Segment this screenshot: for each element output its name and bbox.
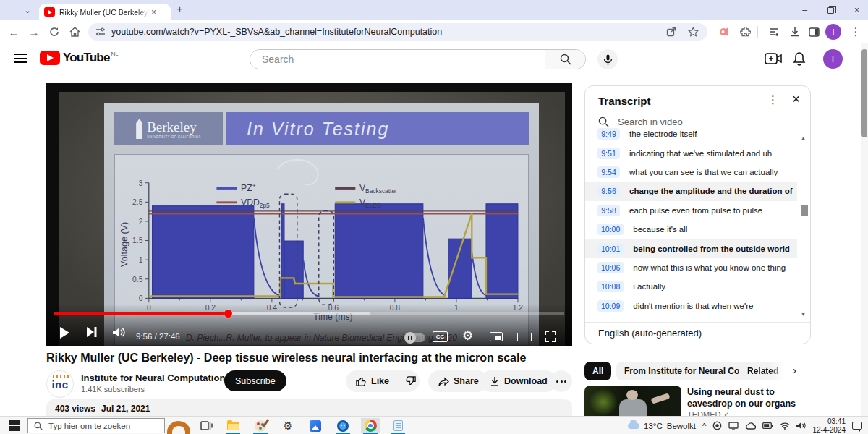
record-tray-icon[interactable] <box>712 421 722 430</box>
share-button[interactable]: Share <box>428 370 488 392</box>
url-text[interactable]: youtube.com/watch?v=PYXL-_SBVsA&ab_chann… <box>111 27 666 37</box>
autoplay-toggle[interactable] <box>405 333 425 342</box>
create-button[interactable] <box>765 51 782 66</box>
transcript-row[interactable]: 9:54what you can see is that we can actu… <box>585 163 797 182</box>
download-button[interactable]: Download <box>480 370 557 392</box>
transcript-row[interactable]: 9:58each pulse even from pulse to pulse <box>585 201 797 220</box>
transcript-row[interactable]: 10:00because it's all <box>585 220 797 239</box>
fullscreen-button[interactable] <box>545 331 556 342</box>
transcript-scroll-down-icon[interactable]: ▼ <box>801 312 806 317</box>
wifi-tray-icon[interactable] <box>780 422 790 430</box>
new-tab-button[interactable]: + <box>176 2 183 14</box>
related-video-title[interactable]: Using neural dust to eavesdrop on our or… <box>687 386 812 410</box>
transcript-row[interactable]: 9:49the electrode itself <box>585 124 797 143</box>
progress-bar[interactable] <box>54 312 564 315</box>
tab-close-icon[interactable]: × <box>151 7 156 17</box>
transcript-scroll-up-icon[interactable]: ▲ <box>801 135 806 140</box>
transcript-list: 9:49the electrode itself 9:51indicating … <box>585 124 797 314</box>
transcript-row[interactable]: 10:09didn't mention is that when we're <box>585 297 797 314</box>
channel-name[interactable]: Institute for Neural Computation <box>81 373 225 383</box>
window-close-button[interactable]: × <box>854 5 859 15</box>
extensions-puzzle-icon[interactable] <box>737 24 753 40</box>
transcript-row[interactable]: 10:08i actually <box>585 277 797 296</box>
volume-tray-icon[interactable] <box>796 422 806 430</box>
theater-mode-button[interactable] <box>517 333 532 341</box>
svg-text:VELEC: VELEC <box>359 197 381 209</box>
youtube-logo[interactable]: YouTube NL <box>40 51 119 65</box>
transcript-row-current[interactable]: 10:01being controlled from the outside w… <box>585 239 797 258</box>
share-icon[interactable] <box>666 27 676 37</box>
chip-related[interactable]: Related <box>739 362 786 380</box>
channel-avatar[interactable]: inc <box>46 370 74 398</box>
start-button[interactable] <box>9 420 20 431</box>
chips-next-icon[interactable]: › <box>793 364 796 376</box>
extension-pink-icon[interactable] <box>716 24 732 40</box>
home-button[interactable] <box>67 24 82 40</box>
voice-search-button[interactable] <box>597 49 618 69</box>
onedrive-tray-icon[interactable] <box>745 422 756 430</box>
back-button[interactable]: ← <box>6 24 22 40</box>
notifications-button[interactable] <box>793 51 806 66</box>
next-button[interactable] <box>87 327 97 337</box>
taskbar-search-input[interactable] <box>48 422 132 430</box>
play-button[interactable] <box>59 327 70 339</box>
related-video-thumbnail[interactable] <box>584 386 681 416</box>
chrome-icon[interactable] <box>361 418 380 433</box>
dislike-button[interactable] <box>396 375 425 387</box>
photos-icon[interactable] <box>306 418 325 433</box>
search-input[interactable] <box>250 50 545 69</box>
more-actions-button[interactable] <box>550 370 572 392</box>
forward-button[interactable]: → <box>26 24 42 40</box>
transcript-row[interactable]: 9:51indicating that we've stimulated and… <box>585 143 797 162</box>
transcript-language[interactable]: English (auto-generated) <box>585 322 810 344</box>
notepad-icon[interactable] <box>388 418 407 433</box>
weather-temp: 13°C <box>644 422 663 430</box>
paint-icon[interactable] <box>251 418 270 433</box>
browser-profile-avatar[interactable]: I <box>825 24 841 40</box>
search-button[interactable] <box>545 50 585 69</box>
reload-button[interactable] <box>46 24 62 40</box>
subtitles-button[interactable]: CC <box>433 331 448 342</box>
side-panel-icon[interactable] <box>806 24 822 40</box>
window-restore-button[interactable] <box>827 7 834 14</box>
address-bar[interactable]: youtube.com/watch?v=PYXL-_SBVsA&ab_chann… <box>88 23 707 41</box>
youtube-profile-avatar[interactable]: I <box>823 49 843 69</box>
tray-expand-chevron[interactable]: ^ <box>702 422 706 430</box>
miniplayer-button[interactable] <box>490 332 503 341</box>
window-minimize-button[interactable]: – <box>802 5 807 15</box>
media-controls-icon[interactable] <box>767 24 783 40</box>
settings-icon[interactable]: ⚙ <box>278 418 297 433</box>
chip-all[interactable]: All <box>584 362 611 380</box>
page-scrollbar[interactable] <box>861 43 868 416</box>
volume-button[interactable] <box>113 327 126 338</box>
site-info-icon[interactable] <box>95 27 106 36</box>
settings-gear-icon[interactable]: ⚙ <box>462 328 473 344</box>
transcript-row-current[interactable]: 9:56change the amplitude and the duratio… <box>585 182 797 200</box>
subscribe-button[interactable]: Subscribe <box>224 370 286 391</box>
file-explorer-icon[interactable] <box>224 418 242 433</box>
transcript-row[interactable]: 10:06now what this is what you know one … <box>585 258 797 277</box>
video-player[interactable]: Berkeley UNIVERSITY OF CALIFORNIA In Vit… <box>46 83 572 346</box>
transcript-close-icon[interactable]: × <box>792 91 800 107</box>
browser-tab[interactable]: Rikky Muller (UC Berkeley) - De × <box>39 4 171 20</box>
bookmark-star-icon[interactable] <box>688 27 699 37</box>
video-title: Rikky Muller (UC Berkeley) - Deep tissue… <box>46 352 572 365</box>
display-tray-icon[interactable] <box>728 422 739 430</box>
app-icon-blue[interactable] <box>333 418 352 433</box>
tab-search-chevron-icon[interactable]: ⌄ <box>22 5 33 15</box>
like-button[interactable]: Like <box>346 375 396 387</box>
weather-widget[interactable]: 13°C Bewolkt <box>628 422 696 430</box>
guide-menu-button[interactable] <box>14 54 27 63</box>
transcript-menu-kebab-icon[interactable]: ⋮ <box>767 93 778 106</box>
task-view-button[interactable] <box>197 418 216 433</box>
downloads-icon[interactable] <box>787 24 803 40</box>
browser-menu-kebab-icon[interactable]: ⋮ <box>848 24 864 40</box>
battery-tray-icon[interactable] <box>762 422 773 429</box>
taskbar-clock[interactable]: 03:41 12-4-2024 <box>812 417 846 434</box>
progress-scrubber[interactable] <box>224 310 232 318</box>
page-scrollbar-thumb[interactable] <box>861 49 867 137</box>
transcript-scrollbar-thumb[interactable] <box>801 205 808 216</box>
search-highlight-image[interactable] <box>163 419 196 434</box>
action-center-icon[interactable] <box>852 422 862 430</box>
taskbar-search-box[interactable] <box>27 418 165 433</box>
